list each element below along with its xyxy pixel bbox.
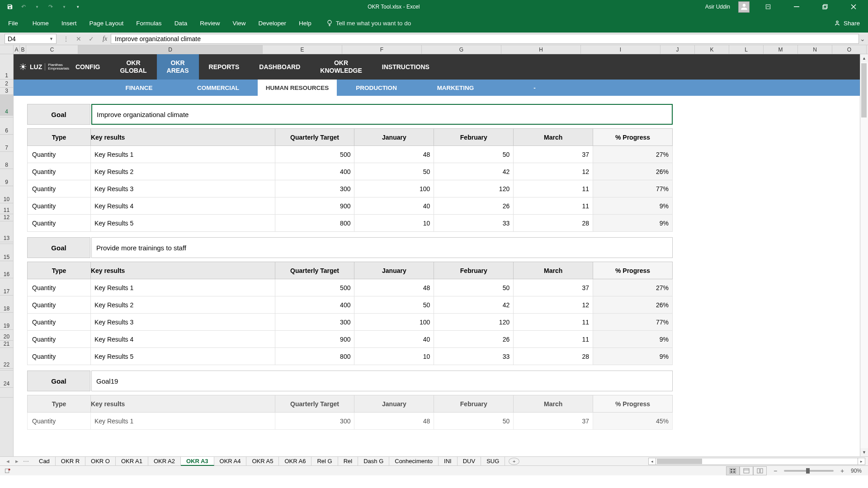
cell-mar[interactable]: 37 xyxy=(514,279,593,296)
row-header-15[interactable]: 15 xyxy=(0,244,13,261)
cell-qt[interactable]: 300 xyxy=(275,413,354,430)
sheet-tab-rel[interactable]: Rel xyxy=(338,457,359,466)
row-header-2[interactable]: 2 xyxy=(0,80,13,88)
scroll-thumb[interactable] xyxy=(861,63,867,117)
cell-feb[interactable]: 42 xyxy=(434,296,514,314)
cell-prog[interactable]: 27% xyxy=(593,146,673,163)
sheet-tab-okr-a2[interactable]: OKR A2 xyxy=(148,457,181,466)
cell-mar[interactable]: 11 xyxy=(514,331,593,348)
redo-icon[interactable]: ↷ xyxy=(46,2,55,11)
row-header-24[interactable]: 24 xyxy=(0,371,13,388)
cell-prog[interactable]: 9% xyxy=(593,197,673,215)
cancel-icon[interactable]: ✕ xyxy=(74,35,84,42)
cell-mar[interactable]: 12 xyxy=(514,296,593,314)
cell-qt[interactable]: 500 xyxy=(275,146,354,163)
hscroll-right-icon[interactable]: ▸ xyxy=(858,458,865,465)
subnav-finance[interactable]: FINANCE xyxy=(99,80,179,96)
column-header-F[interactable]: F xyxy=(342,45,422,54)
row-header-1[interactable]: 1 xyxy=(0,54,13,80)
cell-feb[interactable]: 42 xyxy=(434,163,514,180)
sheet-tab-duv[interactable]: DUV xyxy=(458,457,481,466)
file-tab[interactable]: File xyxy=(0,14,26,33)
column-header-B[interactable]: B xyxy=(20,45,26,54)
sheet-tab-cad[interactable]: Cad xyxy=(33,457,56,466)
subnav-commercial[interactable]: COMMERCIAL xyxy=(179,80,258,96)
cell-mar[interactable]: 11 xyxy=(514,197,593,215)
zoom-out-button[interactable]: − xyxy=(772,467,778,474)
column-header-N[interactable]: N xyxy=(798,45,832,54)
row-header-19[interactable]: 19 xyxy=(0,313,13,330)
row-header-11[interactable]: 11 xyxy=(0,203,13,214)
vertical-scrollbar[interactable]: ▲ ▼ xyxy=(860,54,868,456)
cell-kr[interactable]: Key Results 3 xyxy=(90,180,275,197)
sheet-tab-okr-o[interactable]: OKR O xyxy=(85,457,116,466)
nav-okr-areas[interactable]: OKRAREAS xyxy=(157,54,199,80)
cell-jan[interactable]: 10 xyxy=(354,348,434,365)
cell-mar[interactable]: 28 xyxy=(514,215,593,232)
cell-jan[interactable]: 10 xyxy=(354,215,434,232)
redo-dd-icon[interactable]: ▼ xyxy=(60,2,69,11)
scroll-down-icon[interactable]: ▼ xyxy=(860,448,868,456)
namebox-dd-icon[interactable]: ▼ xyxy=(49,37,53,41)
undo-icon[interactable]: ↶ xyxy=(19,2,28,11)
cell-mar[interactable]: 12 xyxy=(514,163,593,180)
goal-input-1[interactable]: Provide more trainings to staff xyxy=(91,237,673,258)
cell-jan[interactable]: 100 xyxy=(354,180,434,197)
cell-kr[interactable]: Key Results 4 xyxy=(90,331,275,348)
row-header-21[interactable]: 21 xyxy=(0,341,13,348)
row-header-22[interactable]: 22 xyxy=(0,348,13,369)
sheet-tab-okr-a1[interactable]: OKR A1 xyxy=(116,457,148,466)
cell-jan[interactable]: 50 xyxy=(354,163,434,180)
cell-kr[interactable]: Key Results 2 xyxy=(90,296,275,314)
column-header-K[interactable]: K xyxy=(695,45,729,54)
sheet-tab-okr-a4[interactable]: OKR A4 xyxy=(214,457,247,466)
page-layout-view-icon[interactable] xyxy=(740,466,753,475)
zoom-in-button[interactable]: + xyxy=(839,467,845,474)
cell-prog[interactable]: 26% xyxy=(593,163,673,180)
normal-view-icon[interactable] xyxy=(726,466,740,475)
cell-feb[interactable]: 50 xyxy=(434,413,514,430)
cell-kr[interactable]: Key Results 4 xyxy=(90,197,275,215)
sheet-tab-okr-r[interactable]: OKR R xyxy=(56,457,85,466)
ribbon-tab-developer[interactable]: Developer xyxy=(252,14,292,33)
ribbon-tab-data[interactable]: Data xyxy=(168,14,194,33)
cell-qt[interactable]: 300 xyxy=(275,180,354,197)
cell-qt[interactable]: 400 xyxy=(275,296,354,314)
cell-feb[interactable]: 120 xyxy=(434,180,514,197)
column-header-D[interactable]: D xyxy=(78,45,263,54)
column-header-I[interactable]: I xyxy=(581,45,660,54)
cell-kr[interactable]: Key Results 1 xyxy=(90,279,275,296)
sheet-tab-okr-a6[interactable]: OKR A6 xyxy=(279,457,311,466)
cell-prog[interactable]: 26% xyxy=(593,296,673,314)
cell-kr[interactable]: Key Results 5 xyxy=(90,215,275,232)
cell-prog[interactable]: 9% xyxy=(593,348,673,365)
cell-kr[interactable]: Key Results 1 xyxy=(90,146,275,163)
nav-okr-global[interactable]: OKRGLOBAL xyxy=(110,54,156,80)
cell-type[interactable]: Quantity xyxy=(28,331,91,348)
tell-me-search[interactable]: Tell me what you want to do xyxy=(318,19,411,27)
cell-type[interactable]: Quantity xyxy=(28,215,91,232)
share-button[interactable]: Share xyxy=(834,19,868,27)
goal-input-2[interactable]: Goal19 xyxy=(91,371,673,391)
scroll-up-icon[interactable]: ▲ xyxy=(860,54,868,62)
column-header-M[interactable]: M xyxy=(764,45,798,54)
sheet-tab-rel-g[interactable]: Rel G xyxy=(311,457,338,466)
column-header-A[interactable]: A xyxy=(14,45,20,54)
tab-scroll-right-icon[interactable]: ▸ xyxy=(14,458,20,465)
row-header-6[interactable]: 6 xyxy=(0,117,13,135)
cell-kr[interactable]: Key Results 1 xyxy=(90,413,275,430)
ribbon-tab-home[interactable]: Home xyxy=(26,14,55,33)
hscroll-thumb[interactable] xyxy=(657,459,702,464)
sheet-tab-okr-a3[interactable]: OKR A3 xyxy=(181,457,214,466)
undo-dd-icon[interactable]: ▼ xyxy=(33,2,42,11)
expand-formula-icon[interactable]: ⌄ xyxy=(859,35,868,42)
column-header-J[interactable]: J xyxy=(660,45,695,54)
nav-instructions[interactable]: INSTRUCTIONS xyxy=(372,54,439,80)
column-header-C[interactable]: C xyxy=(26,45,78,54)
cell-qt[interactable]: 500 xyxy=(275,279,354,296)
tab-scroll-left-icon[interactable]: ◂ xyxy=(5,458,11,465)
cell-feb[interactable]: 26 xyxy=(434,197,514,215)
cell-jan[interactable]: 48 xyxy=(354,146,434,163)
cell-type[interactable]: Quantity xyxy=(28,197,91,215)
cell-feb[interactable]: 26 xyxy=(434,331,514,348)
